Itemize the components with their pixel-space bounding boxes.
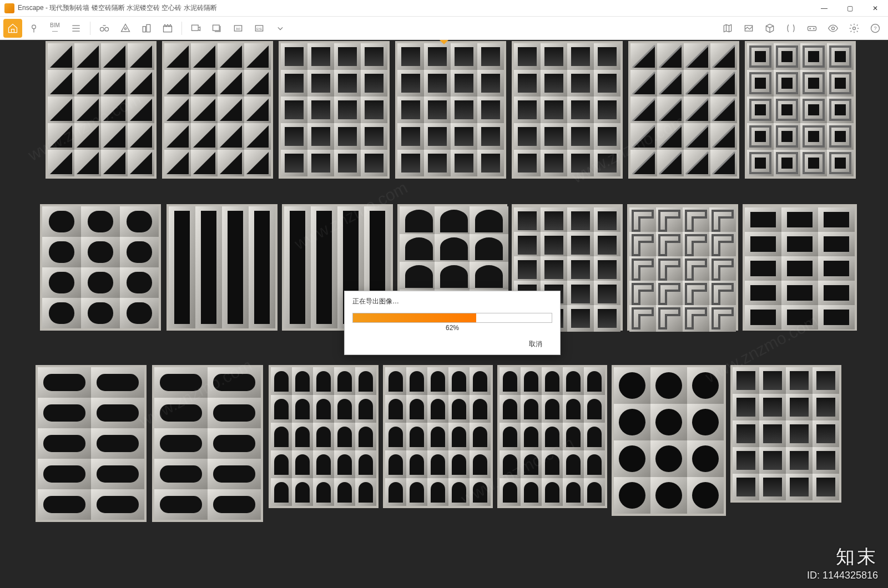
svg-text:?: ? <box>874 26 876 31</box>
window-maximize-button[interactable]: ▢ <box>837 0 862 17</box>
eye-icon[interactable] <box>824 19 842 38</box>
pano-360-icon[interactable]: 360 <box>229 19 248 38</box>
svg-text:360: 360 <box>236 27 241 30</box>
window-titlebar: Enscape - 现代预制砖墙 镂空砖隔断 水泥镂空砖 空心砖 水泥砖隔断 —… <box>0 0 888 17</box>
svg-rect-6 <box>164 26 172 32</box>
site-icon[interactable] <box>739 19 758 38</box>
batch-export-icon[interactable] <box>208 19 226 38</box>
svg-point-0 <box>32 25 36 29</box>
clapper-icon[interactable] <box>158 19 177 38</box>
gear-icon[interactable] <box>845 19 864 38</box>
help-icon[interactable]: ? <box>866 19 885 38</box>
cube-icon[interactable] <box>760 19 779 38</box>
dialog-title: 正在导出图像… <box>345 291 560 310</box>
svg-rect-14 <box>808 26 816 31</box>
svg-rect-5 <box>147 24 150 32</box>
cancel-button[interactable]: 取消 <box>519 339 552 349</box>
svg-point-15 <box>809 28 811 29</box>
bim-toggle[interactable]: BIM— <box>46 19 64 38</box>
menu-icon[interactable] <box>67 19 85 38</box>
home-icon[interactable] <box>3 19 22 38</box>
window-title: Enscape - 现代预制砖墙 镂空砖隔断 水泥镂空砖 空心砖 水泥砖隔断 <box>18 3 217 13</box>
toolbar-notch-icon <box>440 40 448 44</box>
svg-point-18 <box>853 27 856 29</box>
map-icon[interactable] <box>718 19 737 38</box>
svg-rect-4 <box>143 26 145 32</box>
window-minimize-button[interactable]: — <box>811 0 837 17</box>
buildings-icon[interactable] <box>137 19 156 38</box>
progress-bar-fill <box>353 313 476 322</box>
bim-label: BIM <box>50 22 60 28</box>
exe-export-icon[interactable]: EXE <box>250 19 269 38</box>
binoculars-icon[interactable] <box>95 19 114 38</box>
progress-percent: 62% <box>345 324 560 332</box>
pin-icon[interactable] <box>24 19 43 38</box>
svg-text:EXE: EXE <box>256 27 263 30</box>
sun-icon[interactable] <box>116 19 135 38</box>
svg-rect-8 <box>213 25 220 31</box>
watermark-brand: 知末 <box>807 544 878 570</box>
app-logo-icon <box>4 3 14 13</box>
svg-point-1 <box>100 27 104 31</box>
window-close-button[interactable]: ✕ <box>862 0 888 17</box>
chevron-down-icon[interactable] <box>271 19 290 38</box>
vr-icon[interactable] <box>803 19 821 38</box>
watermark: 知末 ID: 1144325816 <box>807 544 878 581</box>
svg-point-2 <box>105 27 109 31</box>
toolbar-separator <box>181 22 182 35</box>
watermark-id: ID: 1144325816 <box>807 570 878 581</box>
toolbar-separator <box>90 22 90 35</box>
export-image-icon[interactable] <box>186 19 205 38</box>
svg-point-3 <box>124 28 126 29</box>
svg-point-17 <box>832 27 835 29</box>
svg-rect-7 <box>192 25 199 31</box>
compare-icon[interactable] <box>781 19 800 38</box>
svg-point-16 <box>813 28 815 29</box>
export-progress-dialog: 正在导出图像… 62% 取消 <box>344 291 561 355</box>
main-toolbar: BIM— 360 EXE ? <box>0 17 888 40</box>
progress-bar <box>352 313 552 323</box>
render-viewport[interactable]: www.znzmo.com www.znzmo.com www.znzmo.co… <box>0 40 888 588</box>
